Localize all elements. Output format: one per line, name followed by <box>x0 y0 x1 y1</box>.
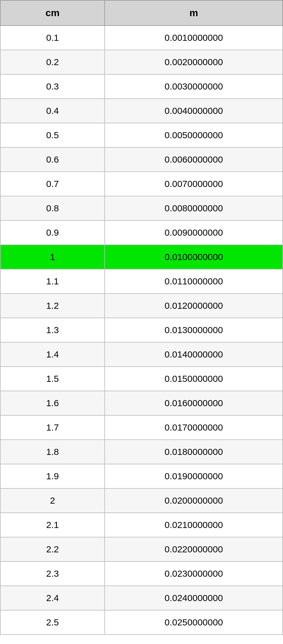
cell-m: 0.0110000000 <box>105 269 283 294</box>
cell-m: 0.0020000000 <box>105 50 283 74</box>
cell-cm: 2.4 <box>0 586 105 610</box>
cell-cm: 1.1 <box>0 269 105 294</box>
table-row: 2.30.0230000000 <box>0 561 283 586</box>
table-row: 20.0200000000 <box>0 488 283 513</box>
cell-m: 0.0190000000 <box>105 464 283 488</box>
cell-cm: 1.9 <box>0 464 105 488</box>
table-row: 2.20.0220000000 <box>0 537 283 561</box>
cell-cm: 2.2 <box>0 537 105 561</box>
cell-cm: 1 <box>0 245 105 269</box>
cell-cm: 1.3 <box>0 318 105 342</box>
cell-m: 0.0080000000 <box>105 196 283 220</box>
cell-cm: 0.6 <box>0 147 105 172</box>
table-row: 1.70.0170000000 <box>0 415 283 440</box>
cell-cm: 2.1 <box>0 513 105 537</box>
table-row: 1.40.0140000000 <box>0 342 283 367</box>
cell-m: 0.0220000000 <box>105 537 283 561</box>
cell-m: 0.0120000000 <box>105 294 283 318</box>
cell-cm: 1.5 <box>0 367 105 391</box>
cell-cm: 2.3 <box>0 561 105 586</box>
table-header-row: cm m <box>0 0 283 26</box>
cell-m: 0.0200000000 <box>105 488 283 513</box>
cell-m: 0.0230000000 <box>105 561 283 586</box>
table-row: 0.30.0030000000 <box>0 74 283 99</box>
table-row: 2.10.0210000000 <box>0 513 283 537</box>
cell-cm: 0.1 <box>0 26 105 50</box>
cell-m: 0.0050000000 <box>105 123 283 147</box>
cell-cm: 2 <box>0 488 105 513</box>
cell-m: 0.0060000000 <box>105 147 283 172</box>
cell-cm: 1.4 <box>0 342 105 367</box>
conversion-table: cm m 0.10.00100000000.20.00200000000.30.… <box>0 0 283 635</box>
cell-cm: 1.6 <box>0 391 105 415</box>
cell-m: 0.0090000000 <box>105 220 283 245</box>
header-cm: cm <box>0 0 105 26</box>
cell-m: 0.0040000000 <box>105 99 283 123</box>
table-row: 0.60.0060000000 <box>0 147 283 172</box>
cell-cm: 1.8 <box>0 440 105 464</box>
cell-cm: 0.7 <box>0 172 105 196</box>
cell-cm: 0.9 <box>0 220 105 245</box>
cell-m: 0.0240000000 <box>105 586 283 610</box>
cell-m: 0.0130000000 <box>105 318 283 342</box>
cell-m: 0.0070000000 <box>105 172 283 196</box>
table-row: 1.20.0120000000 <box>0 294 283 318</box>
table-row: 0.50.0050000000 <box>0 123 283 147</box>
table-row: 0.90.0090000000 <box>0 220 283 245</box>
cell-cm: 0.3 <box>0 74 105 99</box>
cell-m: 0.0170000000 <box>105 415 283 440</box>
table-row: 1.10.0110000000 <box>0 269 283 294</box>
table-row: 0.10.0010000000 <box>0 26 283 50</box>
table-row: 0.40.0040000000 <box>0 99 283 123</box>
table-row: 10.0100000000 <box>0 245 283 269</box>
cell-cm: 0.4 <box>0 99 105 123</box>
cell-cm: 0.8 <box>0 196 105 220</box>
cell-cm: 1.7 <box>0 415 105 440</box>
table-row: 1.50.0150000000 <box>0 367 283 391</box>
table-row: 2.40.0240000000 <box>0 586 283 610</box>
table-body: 0.10.00100000000.20.00200000000.30.00300… <box>0 26 283 635</box>
cell-m: 0.0140000000 <box>105 342 283 367</box>
cell-m: 0.0030000000 <box>105 74 283 99</box>
cell-cm: 2.5 <box>0 610 105 635</box>
table-row: 0.20.0020000000 <box>0 50 283 74</box>
cell-m: 0.0210000000 <box>105 513 283 537</box>
table-row: 1.90.0190000000 <box>0 464 283 488</box>
cell-m: 0.0150000000 <box>105 367 283 391</box>
cell-m: 0.0160000000 <box>105 391 283 415</box>
table-row: 0.70.0070000000 <box>0 172 283 196</box>
table-row: 1.60.0160000000 <box>0 391 283 415</box>
cell-m: 0.0180000000 <box>105 440 283 464</box>
cell-m: 0.0100000000 <box>105 245 283 269</box>
cell-cm: 1.2 <box>0 294 105 318</box>
cell-m: 0.0250000000 <box>105 610 283 635</box>
table-row: 2.50.0250000000 <box>0 610 283 635</box>
header-m: m <box>105 0 283 26</box>
cell-m: 0.0010000000 <box>105 26 283 50</box>
table-row: 1.30.0130000000 <box>0 318 283 342</box>
cell-cm: 0.5 <box>0 123 105 147</box>
cell-cm: 0.2 <box>0 50 105 74</box>
table-row: 1.80.0180000000 <box>0 440 283 464</box>
table-row: 0.80.0080000000 <box>0 196 283 220</box>
